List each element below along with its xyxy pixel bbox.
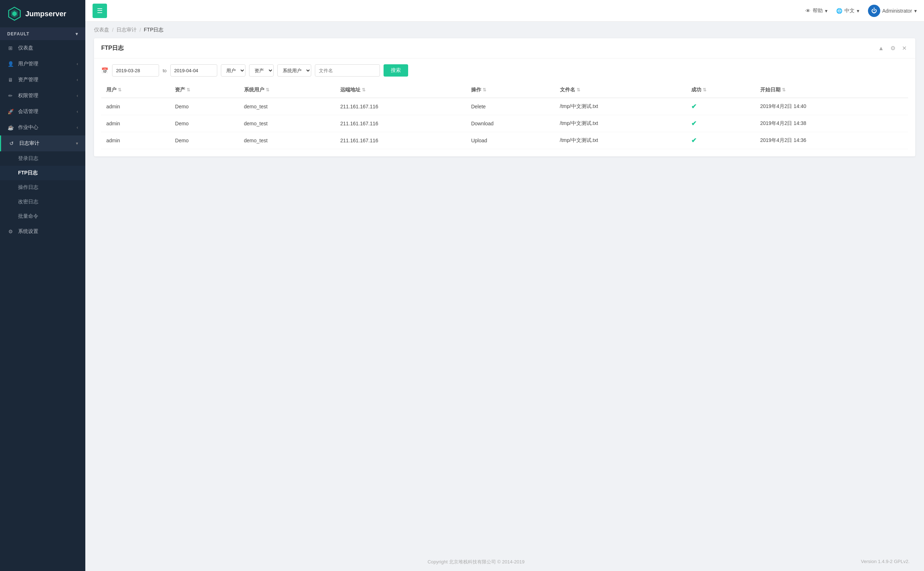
breadcrumb-dashboard[interactable]: 仪表盘 — [94, 27, 109, 33]
col-asset: 资产 ⇅ — [170, 82, 238, 98]
task-icon: ☕ — [7, 124, 14, 131]
logo-icon — [7, 6, 22, 21]
col-filename: 文件名 ⇅ — [555, 82, 687, 98]
lang-chevron-icon: ▾ — [857, 8, 859, 14]
sidebar-item-user-mgmt[interactable]: 👤 用户管理 ‹ — [0, 56, 85, 72]
sort-date-icon[interactable]: ⇅ — [782, 87, 786, 93]
settings-icon: ⚙ — [7, 228, 14, 235]
dashboard-icon: ⊞ — [7, 45, 14, 51]
breadcrumb-sep-1: / — [112, 27, 113, 33]
sort-user-icon[interactable]: ⇅ — [118, 87, 121, 93]
breadcrumb: 仪表盘 / 日志审计 / FTP日志 — [85, 22, 924, 38]
card-up-button[interactable]: ▲ — [877, 44, 885, 52]
sidebar-item-perm-mgmt[interactable]: ✏ 权限管理 ‹ — [0, 88, 85, 103]
sidebar-item-task-center[interactable]: ☕ 作业中心 ‹ — [0, 120, 85, 136]
filename-input[interactable] — [315, 64, 380, 77]
success-check-icon-2: ✔ — [691, 137, 696, 144]
sidebar-item-task-label: 作业中心 — [18, 124, 38, 131]
sidebar-item-pwd-log-label: 改密日志 — [18, 199, 38, 204]
to-label: to — [163, 68, 167, 73]
ftp-log-card: FTP日志 ▲ ⚙ ✕ 📅 to 用户 资产 — [94, 38, 915, 156]
sidebar-item-pwd-log[interactable]: 改密日志 — [0, 194, 85, 209]
audit-log-chevron-icon: ▾ — [76, 141, 78, 146]
asset-mgmt-chevron-icon: ‹ — [77, 77, 78, 82]
cell-success-0: ✔ — [686, 98, 755, 115]
audit-icon: ↺ — [8, 140, 15, 147]
card-title: FTP日志 — [101, 45, 124, 52]
sidebar-item-op-log-label: 操作日志 — [18, 184, 38, 190]
cell-action-0: Delete — [466, 98, 554, 115]
card-header: FTP日志 ▲ ⚙ ✕ — [94, 38, 915, 59]
date-from-input[interactable] — [112, 64, 159, 77]
sidebar-item-batch-cmd[interactable]: 批量命令 — [0, 209, 85, 224]
card-header-actions: ▲ ⚙ ✕ — [877, 44, 908, 52]
cell-filename-0: /tmp/中文测试.txt — [555, 98, 687, 115]
cell-remote-addr-0: 211.161.167.116 — [335, 98, 466, 115]
cell-sysuser-1: demo_test — [239, 115, 335, 132]
cell-remote-addr-1: 211.161.167.116 — [335, 115, 466, 132]
table-header: 用户 ⇅ 资产 ⇅ — [101, 82, 908, 98]
sort-asset-icon[interactable]: ⇅ — [187, 87, 190, 93]
sidebar-item-asset-label: 资产管理 — [18, 77, 38, 83]
cell-action-1: Download — [466, 115, 554, 132]
main-area: ☰ 👁 帮助 ▾ 🌐 中文 ▾ ⏻ Administ — [85, 0, 924, 571]
help-chevron-icon: ▾ — [825, 8, 828, 14]
col-user: 用户 ⇅ — [101, 82, 170, 98]
sort-filename-icon[interactable]: ⇅ — [577, 87, 580, 93]
org-selector[interactable]: DEFAULT ▾ — [0, 28, 85, 40]
sidebar-item-ftp-log[interactable]: FTP日志 — [0, 166, 85, 180]
sidebar-item-settings-label: 系统设置 — [18, 228, 38, 235]
date-to-input[interactable] — [170, 64, 217, 77]
sort-action-icon[interactable]: ⇅ — [483, 87, 486, 93]
lang-label: 中文 — [845, 8, 854, 14]
user-action[interactable]: ⏻ Administrator ▾ — [868, 5, 917, 17]
help-action[interactable]: 👁 帮助 ▾ — [805, 8, 828, 14]
sidebar-item-system-settings[interactable]: ⚙ 系统设置 — [0, 224, 85, 239]
breadcrumb-current: FTP日志 — [144, 27, 163, 33]
sidebar-item-op-log[interactable]: 操作日志 — [0, 180, 85, 194]
asset-icon: 🖥 — [7, 77, 14, 83]
user-select[interactable]: 用户 — [221, 64, 246, 77]
cell-sysuser-0: demo_test — [239, 98, 335, 115]
sort-remote-icon[interactable]: ⇅ — [362, 87, 365, 93]
logo-text: Jumpserver — [25, 10, 66, 18]
sidebar-item-login-log[interactable]: 登录日志 — [0, 151, 85, 166]
card-settings-button[interactable]: ⚙ — [889, 44, 897, 52]
hamburger-icon: ☰ — [97, 7, 103, 15]
version: Version 1.4.9-2 GPLv2. — [861, 559, 918, 564]
sidebar-item-dashboard[interactable]: ⊞ 仪表盘 — [0, 40, 85, 56]
user-label: Administrator — [882, 8, 912, 14]
col-action: 操作 ⇅ — [466, 82, 554, 98]
sidebar-item-asset-mgmt[interactable]: 🖥 资产管理 ‹ — [0, 72, 85, 88]
cell-date-2: 2019年4月2日 14:36 — [755, 132, 908, 149]
avatar: ⏻ — [868, 5, 880, 17]
sidebar-item-session-mgmt[interactable]: 🚀 会话管理 ‹ — [0, 103, 85, 120]
sidebar-item-audit-log[interactable]: ↺ 日志审计 ▾ — [0, 136, 85, 151]
users-icon: 👤 — [7, 61, 14, 67]
header-left: ☰ — [93, 4, 107, 18]
breadcrumb-audit-log[interactable]: 日志审计 — [116, 27, 137, 33]
sort-sysuser-icon[interactable]: ⇅ — [266, 87, 269, 93]
col-remote-addr: 远端地址 ⇅ — [335, 82, 466, 98]
sidebar-item-session-label: 会话管理 — [18, 108, 38, 115]
lang-action[interactable]: 🌐 中文 ▾ — [836, 8, 859, 14]
col-date: 开始日期 ⇅ — [755, 82, 908, 98]
cell-user-0: admin — [101, 98, 170, 115]
sidebar-nav: ⊞ 仪表盘 👤 用户管理 ‹ 🖥 资产管理 ‹ — [0, 40, 85, 571]
col-success: 成功 ⇅ — [686, 82, 755, 98]
cell-filename-2: /tmp/中文测试.txt — [555, 132, 687, 149]
asset-select[interactable]: 资产 — [249, 64, 274, 77]
perm-mgmt-chevron-icon: ‹ — [77, 93, 78, 98]
filter-bar: 📅 to 用户 资产 系统用户 搜索 — [94, 59, 915, 82]
card-close-button[interactable]: ✕ — [901, 44, 908, 52]
cell-date-1: 2019年4月2日 14:38 — [755, 115, 908, 132]
globe-icon: 🌐 — [836, 8, 842, 14]
cell-asset-1: Demo — [170, 115, 238, 132]
sort-success-icon[interactable]: ⇅ — [703, 87, 706, 93]
search-button[interactable]: 搜索 — [384, 64, 408, 77]
sidebar: Jumpserver DEFAULT ▾ ⊞ 仪表盘 👤 用户管理 ‹ — [0, 0, 85, 571]
sysuser-select[interactable]: 系统用户 — [277, 64, 311, 77]
breadcrumb-sep-2: / — [139, 27, 141, 33]
session-icon: 🚀 — [7, 108, 14, 115]
hamburger-button[interactable]: ☰ — [93, 4, 107, 18]
